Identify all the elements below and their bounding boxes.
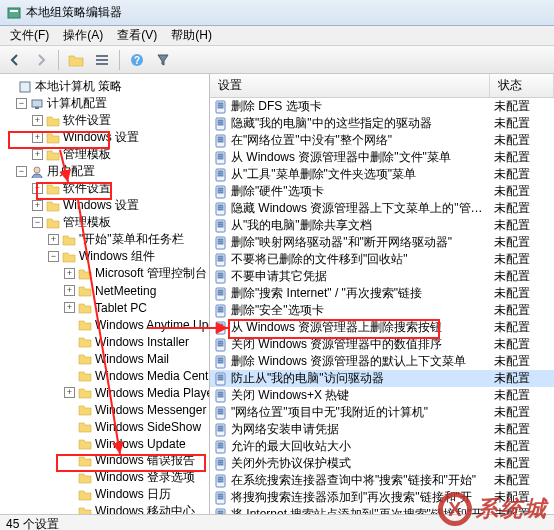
setting-row[interactable]: 关闭 Windows+X 热键未配置	[210, 387, 554, 404]
tree-item[interactable]: +软件设置	[0, 112, 209, 129]
setting-row[interactable]: 在"网络位置"中没有"整个网络"未配置	[210, 132, 554, 149]
tree-item[interactable]: Windows SideShow	[0, 418, 209, 435]
svg-rect-97	[218, 462, 223, 463]
app-icon	[6, 5, 22, 21]
svg-rect-104	[218, 494, 223, 495]
tree-item[interactable]: +Windows Media Player	[0, 384, 209, 401]
setting-row[interactable]: 隐藏 Windows 资源管理器上下文菜单上的"管理"项目未配置	[210, 200, 554, 217]
list-view-button[interactable]	[91, 49, 113, 71]
expand-icon[interactable]: +	[32, 149, 43, 160]
tree-windows-components[interactable]: −Windows 组件	[0, 248, 209, 265]
setting-row[interactable]: 删除"安全"选项卡未配置	[210, 302, 554, 319]
tree-item[interactable]: +管理模板	[0, 146, 209, 163]
svg-rect-8	[32, 100, 42, 107]
folder-icon	[78, 454, 92, 468]
tree-item[interactable]: +Microsoft 管理控制台	[0, 265, 209, 282]
setting-label: 删除"安全"选项卡	[231, 302, 494, 319]
folder-icon	[46, 131, 60, 145]
tree-item[interactable]: +"开始"菜单和任务栏	[0, 231, 209, 248]
tree-item[interactable]: Windows Messenger	[0, 401, 209, 418]
setting-row[interactable]: 从"我的电脑"删除共享文档未配置	[210, 217, 554, 234]
tree-item[interactable]: +Tablet PC	[0, 299, 209, 316]
setting-row[interactable]: 不要申请其它凭据未配置	[210, 268, 554, 285]
tree-item[interactable]: +软件设置	[0, 180, 209, 197]
setting-row[interactable]: 从"工具"菜单删除"文件夹选项"菜单未配置	[210, 166, 554, 183]
setting-status: 未配置	[494, 200, 550, 217]
setting-status: 未配置	[494, 472, 550, 489]
tree-item[interactable]: Windows 登录选项	[0, 469, 209, 486]
setting-row[interactable]: 关闭 Windows 资源管理器中的数值排序未配置	[210, 336, 554, 353]
collapse-icon[interactable]: −	[16, 166, 27, 177]
setting-row[interactable]: 删除 DFS 选项卡未配置	[210, 98, 554, 115]
setting-status: 未配置	[494, 336, 550, 353]
setting-status: 未配置	[494, 132, 550, 149]
window-title: 本地组策略编辑器	[26, 4, 122, 21]
back-button[interactable]	[4, 49, 26, 71]
tree-item[interactable]: +Windows 设置	[0, 129, 209, 146]
list-pane[interactable]: 设置 状态 删除 DFS 选项卡未配置隐藏"我的电脑"中的这些指定的驱动器未配置…	[210, 74, 554, 514]
tree-item[interactable]: Windows 日历	[0, 486, 209, 503]
svg-rect-100	[218, 477, 223, 478]
policy-icon	[214, 151, 228, 165]
setting-label: 删除"硬件"选项卡	[231, 183, 494, 200]
forward-button[interactable]	[30, 49, 52, 71]
tree-computer-config[interactable]: − 计算机配置	[0, 95, 209, 112]
tree-pane[interactable]: 本地计算机 策略 − 计算机配置 +软件设置 +Windows 设置 +管理模板…	[0, 74, 210, 514]
filter-button[interactable]	[152, 49, 174, 71]
tree-item[interactable]: Windows Installer	[0, 333, 209, 350]
collapse-icon[interactable]: −	[16, 98, 27, 109]
menu-help[interactable]: 帮助(H)	[165, 25, 218, 46]
setting-row[interactable]: 删除 Windows 资源管理器的默认上下文菜单未配置	[210, 353, 554, 370]
expand-icon[interactable]: +	[64, 268, 75, 279]
policy-icon	[214, 100, 228, 114]
setting-row[interactable]: 在系统搜索连接器查询中将"搜索"链接和"开始"未配置	[210, 472, 554, 489]
folder-icon	[78, 403, 92, 417]
expand-icon[interactable]: +	[64, 285, 75, 296]
tree-item[interactable]: Windows Mail	[0, 350, 209, 367]
setting-row[interactable]: "网络位置"项目中无"我附近的计算机"未配置	[210, 404, 554, 421]
tree-item[interactable]: Windows 错误报告	[0, 452, 209, 469]
svg-rect-17	[218, 122, 223, 123]
column-setting[interactable]: 设置	[210, 74, 490, 97]
setting-row[interactable]: 删除"硬件"选项卡未配置	[210, 183, 554, 200]
tree-admin-templates[interactable]: −管理模板	[0, 214, 209, 231]
setting-row[interactable]: 为网络安装申请凭据未配置	[210, 421, 554, 438]
setting-label: 从"我的电脑"删除共享文档	[231, 217, 494, 234]
expand-icon[interactable]: +	[64, 302, 75, 313]
expand-icon[interactable]: +	[32, 183, 43, 194]
collapse-icon[interactable]: −	[32, 217, 43, 228]
setting-row[interactable]: 从 Windows 资源管理器上删除搜索按钮未配置	[210, 319, 554, 336]
expand-icon[interactable]: +	[32, 200, 43, 211]
help-button[interactable]: ?	[126, 49, 148, 71]
expand-icon[interactable]: +	[32, 132, 43, 143]
expand-icon[interactable]: +	[48, 234, 59, 245]
tree-item[interactable]: +NetMeeting	[0, 282, 209, 299]
setting-row[interactable]: 关闭外壳协议保护模式未配置	[210, 455, 554, 472]
tree-user-config[interactable]: − 用户配置	[0, 163, 209, 180]
menu-file[interactable]: 文件(F)	[4, 25, 55, 46]
menu-view[interactable]: 查看(V)	[111, 25, 163, 46]
svg-rect-84	[218, 409, 223, 410]
setting-row[interactable]: 允许的最大回收站大小未配置	[210, 438, 554, 455]
tree-root[interactable]: 本地计算机 策略	[0, 78, 209, 95]
expand-icon[interactable]: +	[32, 115, 43, 126]
tree-item[interactable]: Windows Update	[0, 435, 209, 452]
expand-icon[interactable]: +	[64, 387, 75, 398]
tree-item[interactable]: Windows 移动中心	[0, 503, 209, 514]
svg-rect-62	[218, 311, 223, 312]
setting-row[interactable]: 隐藏"我的电脑"中的这些指定的驱动器未配置	[210, 115, 554, 132]
setting-row[interactable]: 删除"映射网络驱动器"和"断开网络驱动器"未配置	[210, 234, 554, 251]
setting-row[interactable]: 删除"搜索 Internet" / "再次搜索"链接未配置	[210, 285, 554, 302]
setting-row[interactable]: 防止从"我的电脑"访问驱动器未配置	[210, 370, 554, 387]
up-button[interactable]	[65, 49, 87, 71]
menu-action[interactable]: 操作(A)	[57, 25, 109, 46]
setting-label: 为网络安装申请凭据	[231, 421, 494, 438]
tree-item[interactable]: +Windows 设置	[0, 197, 209, 214]
column-status[interactable]: 状态	[490, 74, 554, 97]
tree-item[interactable]: Windows Anytime Upgrade	[0, 316, 209, 333]
tree-item[interactable]: Windows Media Center	[0, 367, 209, 384]
setting-row[interactable]: 不要将已删除的文件移到"回收站"未配置	[210, 251, 554, 268]
collapse-icon[interactable]: −	[48, 251, 59, 262]
folder-icon	[78, 437, 92, 451]
setting-row[interactable]: 从 Windows 资源管理器中删除"文件"菜单未配置	[210, 149, 554, 166]
